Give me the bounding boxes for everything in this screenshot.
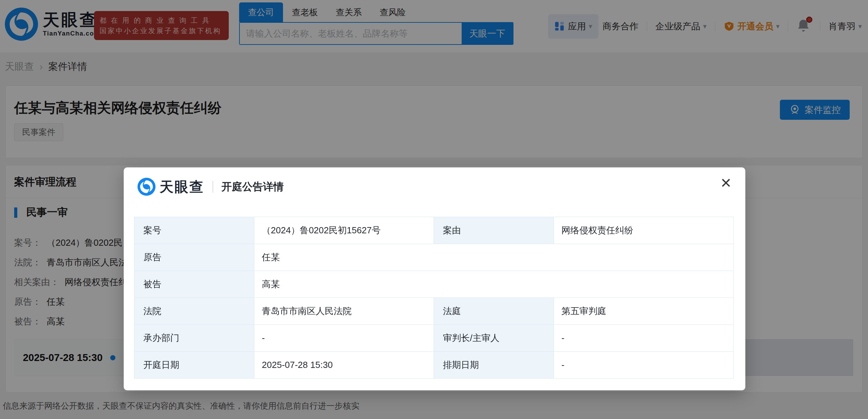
table-value-cell: 青岛市市南区人民法院 [254,298,434,325]
table-label-cell: 开庭日期 [134,352,254,379]
table-row: 案号 （2024）鲁0202民初15627号 案由 网络侵权责任纠纷 [134,217,734,244]
table-label-cell: 法庭 [434,298,554,325]
table-value-cell: 任某 [254,244,733,271]
close-icon[interactable]: × [717,174,735,192]
modal-brand-text: 天眼查 [160,177,204,196]
table-label-cell: 审判长/主审人 [434,325,554,352]
table-label-cell: 被告 [134,271,254,298]
table-label-cell: 排期日期 [434,352,554,379]
table-value-cell: - [254,325,434,352]
hearing-detail-modal: 天眼查 开庭公告详情 × 案号 （2024）鲁0202民初15627号 案由 网… [124,167,745,390]
table-row: 开庭日期 2025-07-28 15:30 排期日期 - [134,352,734,379]
table-value-cell: - [554,325,733,352]
table-label-cell: 承办部门 [134,325,254,352]
table-value-cell: 第五审判庭 [554,298,733,325]
table-value-cell: 2025-07-28 15:30 [254,352,434,379]
modal-header: 天眼查 开庭公告详情 [138,177,284,196]
table-value-cell: 网络侵权责任纠纷 [554,217,733,244]
table-value-cell: （2024）鲁0202民初15627号 [254,217,434,244]
table-label-cell: 案号 [134,217,254,244]
table-value-cell: - [554,352,733,379]
tianyancha-logo-icon [138,178,155,196]
table-label-cell: 案由 [434,217,554,244]
table-row: 法院 青岛市市南区人民法院 法庭 第五审判庭 [134,298,734,325]
table-row: 被告 高某 [134,271,734,298]
table-label-cell: 法院 [134,298,254,325]
modal-header-divider [213,181,213,193]
hearing-detail-table: 案号 （2024）鲁0202民初15627号 案由 网络侵权责任纠纷 原告 任某… [134,217,734,379]
table-row: 承办部门 - 审判长/主审人 - [134,325,734,352]
modal-title: 开庭公告详情 [221,180,284,194]
table-label-cell: 原告 [134,244,254,271]
table-value-cell: 高某 [254,271,733,298]
table-row: 原告 任某 [134,244,734,271]
